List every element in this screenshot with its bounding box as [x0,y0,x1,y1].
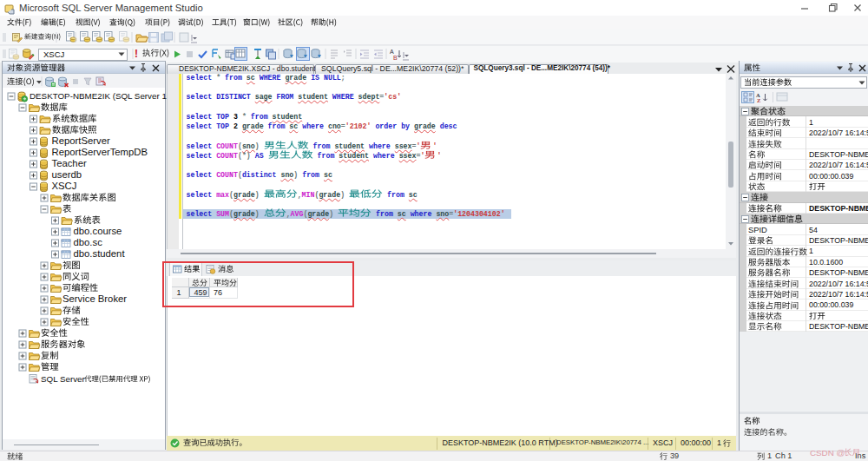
svg-text:Z: Z [757,97,760,103]
svg-text:B: B [393,55,398,61]
svg-text:A: A [390,49,394,55]
